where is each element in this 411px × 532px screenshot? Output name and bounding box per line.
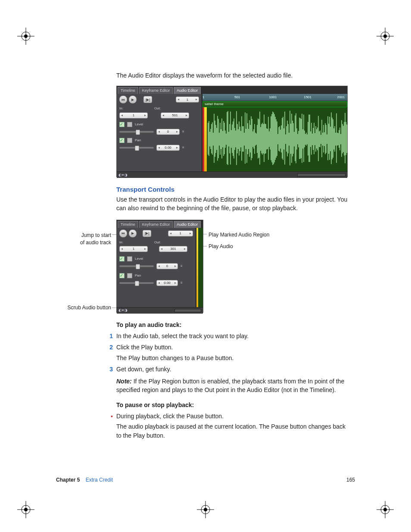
callout-jump-to-start-line1: Jump to start [81, 232, 111, 238]
level-field[interactable]: 0 [156, 263, 178, 269]
pan-label: Pan [135, 273, 141, 278]
scrub-audio-button[interactable]: ◐▾◑ [118, 308, 128, 313]
audio-editor-screenshot-2: Timeline Keyframe Editor Audio Editor ⏮ … [116, 220, 203, 313]
callout-play-audio: Play Audio [209, 243, 233, 250]
time-ruler[interactable]: 1 501 1001 1501 2001 [202, 94, 347, 101]
step-3: 3Get down, get funky. [116, 365, 349, 373]
footer-chapter-title: Extra Credit [86, 477, 113, 483]
play-region-button[interactable]: [▶] [143, 230, 151, 237]
note-body: If the Play Region button is enabled, th… [116, 378, 344, 393]
in-label: In: [119, 240, 123, 245]
level-label: Level [135, 256, 143, 261]
out-field[interactable]: 501 [161, 112, 189, 118]
page-footer: Chapter 5 Extra Credit 165 [56, 477, 355, 483]
in-field[interactable]: 1 [119, 112, 148, 118]
track-header[interactable]: safari theme [202, 101, 347, 107]
crop-mark-top-left [17, 28, 34, 45]
bullet-pause-after: The audio playback is paused at the curr… [116, 422, 349, 440]
callout-play-region: Play Marked Audio Region [209, 231, 269, 239]
footer-chapter: Chapter 5 [56, 477, 80, 483]
pan-checkbox[interactable] [119, 138, 125, 143]
in-field[interactable]: 1 [119, 246, 148, 252]
out-field[interactable]: 301 [159, 246, 187, 252]
pan-field[interactable]: 0.00 [156, 280, 178, 286]
level-keyframe-icon[interactable] [127, 122, 132, 127]
step-2: 2 Click the Play button. The Play button… [116, 343, 349, 362]
crop-mark-top-right [377, 28, 394, 45]
level-checkbox[interactable] [119, 256, 125, 261]
ruler-tick: 1501 [304, 95, 311, 100]
pan-keyframe-icon[interactable] [127, 138, 132, 143]
tab-audio-editor[interactable]: Audio Editor [174, 221, 201, 228]
level-slider[interactable] [119, 131, 154, 133]
level-field[interactable]: 0 [156, 129, 180, 135]
in-label: In: [119, 106, 123, 111]
audio-editor-screenshot-1: Timeline Keyframe Editor Audio Editor ⏮ … [116, 86, 348, 177]
pan-menu-icon[interactable]: ≡ [181, 280, 183, 286]
pan-slider[interactable] [119, 147, 154, 149]
pan-keyframe-icon[interactable] [127, 273, 132, 278]
tab-keyframe-editor[interactable]: Keyframe Editor [139, 221, 173, 228]
callout-scrub: Scrub Audio button [68, 305, 111, 311]
ruler-tick: 1001 [269, 95, 277, 100]
out-label: Out: [154, 240, 161, 245]
task-head-play: To play an audio track: [116, 320, 349, 329]
level-slider[interactable] [119, 265, 154, 267]
note-paragraph: Note: If the Play Region button is enabl… [116, 377, 349, 395]
zoom-slider[interactable] [297, 173, 346, 177]
scrub-audio-button[interactable]: ◐▾◑ [118, 172, 128, 178]
frame-field[interactable]: 1 [176, 96, 199, 103]
zoom-slider[interactable] [174, 309, 201, 312]
crop-mark-bottom-left [17, 501, 34, 518]
level-checkbox[interactable] [119, 122, 125, 127]
out-label: Out: [154, 106, 161, 111]
pan-menu-icon[interactable]: ≡ [182, 145, 184, 150]
section-body: Use the transport controls in the Audio … [116, 195, 349, 213]
tab-keyframe-editor[interactable]: Keyframe Editor [139, 87, 173, 94]
task-head-pause: To pause or stop playback: [116, 401, 349, 409]
level-menu-icon[interactable]: ≡ [181, 264, 183, 269]
callout-jump-to-start-line2: of audio track [80, 240, 111, 246]
intro-text: The Audio Editor displays the waveform f… [116, 71, 349, 80]
level-menu-icon[interactable]: ≡ [182, 129, 184, 134]
pan-label: Pan [135, 138, 141, 143]
level-label: Level [135, 122, 143, 127]
tab-timeline[interactable]: Timeline [118, 221, 138, 228]
control-column: ⏮ ▶ [▶] 1 In: Out: 1 501 [117, 94, 202, 171]
note-label: Note: [116, 378, 132, 385]
ruler-tick: 2001 [337, 95, 345, 100]
level-keyframe-icon[interactable] [127, 256, 132, 261]
jump-to-start-button[interactable]: ⏮ [119, 96, 127, 103]
pan-checkbox[interactable] [119, 273, 125, 278]
ruler-tick: 501 [234, 95, 240, 100]
crop-mark-bottom-center [197, 501, 214, 518]
tab-timeline[interactable]: Timeline [118, 87, 138, 94]
pan-field[interactable]: 0.00 [156, 145, 180, 151]
crop-mark-bottom-right [377, 501, 394, 518]
bullet-pause: ▪ During playback, click the Pause butto… [116, 412, 349, 440]
play-button[interactable]: ▶ [129, 96, 137, 103]
play-region-button[interactable]: [▶] [143, 96, 152, 103]
section-heading-transport-controls: Transport Controls [116, 185, 349, 194]
frame-field[interactable]: 1 [168, 230, 193, 236]
ruler-tick: 1 [202, 95, 204, 100]
jump-to-start-button[interactable]: ⏮ [119, 230, 127, 237]
footer-page-number: 165 [346, 477, 355, 483]
waveform-stub [196, 228, 203, 307]
step-2-after: The Play button changes to a Pause butto… [116, 354, 234, 362]
tab-strip: Timeline Keyframe Editor Audio Editor [117, 86, 347, 94]
pan-slider[interactable] [119, 282, 154, 284]
waveform[interactable] [202, 107, 347, 171]
tab-audio-editor[interactable]: Audio Editor [174, 87, 201, 94]
step-1: 1In the Audio tab, select the track you … [116, 332, 349, 340]
play-button[interactable]: ▶ [129, 230, 137, 237]
